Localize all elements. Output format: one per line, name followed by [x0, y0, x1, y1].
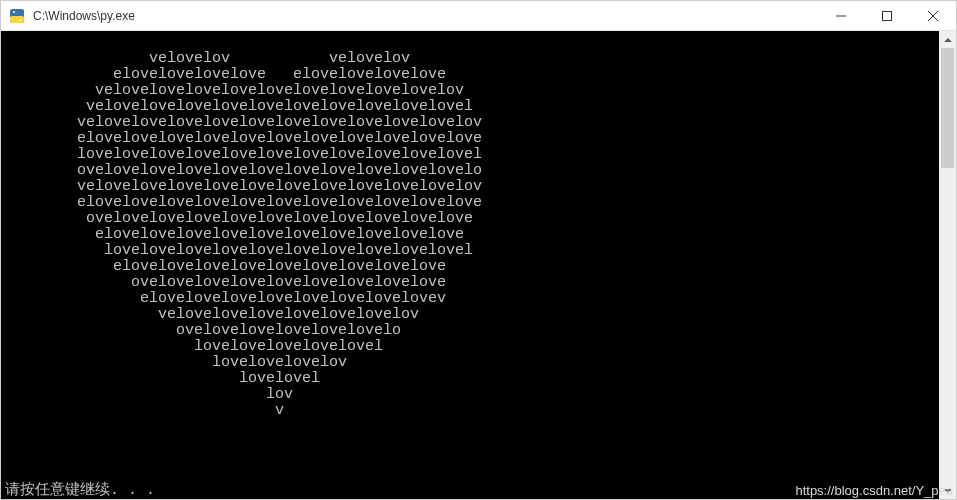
svg-marker-9: [944, 489, 952, 493]
scroll-up-button[interactable]: [939, 31, 956, 48]
svg-rect-1: [10, 16, 24, 23]
window-title: C:\Windows\py.exe: [31, 9, 818, 23]
maximize-button[interactable]: [864, 1, 910, 30]
svg-point-2: [13, 11, 15, 13]
app-icon: [9, 8, 25, 24]
content-area: velovelov velovelov elovelovelovelove el…: [1, 31, 956, 499]
svg-point-3: [19, 19, 21, 21]
vertical-scrollbar[interactable]: [939, 31, 956, 499]
scroll-down-button[interactable]: [939, 482, 956, 499]
window-controls: [818, 1, 956, 30]
scrollbar-track[interactable]: [939, 48, 956, 482]
minimize-button[interactable]: [818, 1, 864, 30]
app-window: C:\Windows\py.exe velovelov velovelov el…: [0, 0, 957, 500]
console-output[interactable]: velovelov velovelov elovelovelovelove el…: [1, 31, 939, 499]
prompt-text: 请按任意键继续. . .: [5, 482, 155, 499]
console-text: velovelov velovelov elovelovelovelove el…: [5, 50, 482, 419]
scrollbar-thumb[interactable]: [941, 48, 954, 168]
svg-marker-8: [944, 38, 952, 42]
titlebar[interactable]: C:\Windows\py.exe: [1, 1, 956, 31]
svg-rect-5: [883, 11, 892, 20]
close-button[interactable]: [910, 1, 956, 30]
